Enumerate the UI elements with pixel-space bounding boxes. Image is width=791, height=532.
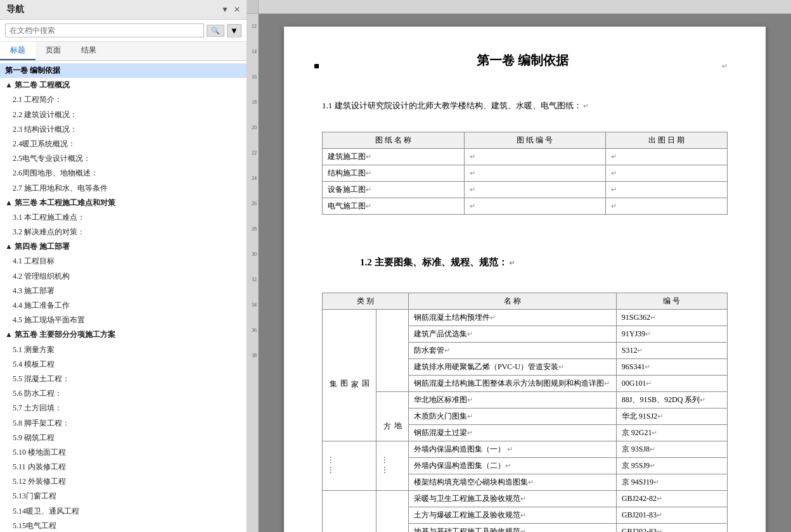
doc-title: 第一卷 编制依据 xyxy=(323,52,722,69)
table-row: 设备施工图↵↵↵ xyxy=(323,182,728,198)
th-category: 类 别 xyxy=(323,293,409,310)
th-drawing-name: 图 纸 名 称 xyxy=(323,132,465,149)
tree-item-14[interactable]: 4.2 管理组织机构 xyxy=(0,269,247,284)
tree-item-3[interactable]: 2.2 建筑设计概况： xyxy=(0,108,247,122)
section-1-1-heading: 1.1 建筑设计研究院设计的北师大教学楼结构、建筑、水暖、电气图纸： ↵ xyxy=(322,98,728,113)
tree-item-31[interactable]: 5.15电气工程 xyxy=(0,519,247,532)
tree-item-28[interactable]: 5.12 外装修工程 xyxy=(0,474,247,489)
nav-header-controls: ▼ ✕ xyxy=(221,5,240,15)
tree-item-15[interactable]: 4.3 施工部署 xyxy=(0,284,247,298)
tree-item-22[interactable]: 5.6 防水工程： xyxy=(0,386,247,401)
search-dropdown-button[interactable]: ▼ xyxy=(227,24,241,37)
nav-close-icon[interactable]: ✕ xyxy=(234,5,240,15)
nav-tree: 第一卷 编制依据▲ 第二卷 工程概况2.1 工程简介：2.2 建筑设计概况：2.… xyxy=(0,61,247,532)
tree-item-24[interactable]: 5.8 脚手架工程： xyxy=(0,416,247,431)
search-button[interactable]: 🔍 xyxy=(207,25,224,37)
nav-header: 导航 ▼ ✕ xyxy=(0,0,247,20)
nav-tabs: 标题 页面 结果 xyxy=(0,42,247,61)
tree-item-10[interactable]: 3.1 本工程施工难点： xyxy=(0,210,247,225)
table-row: 电气施工图↵↵↵ xyxy=(323,198,728,215)
tab-title[interactable]: 标题 xyxy=(0,42,35,60)
tree-item-18[interactable]: ▲ 第五卷 主要部分分项施工方案 xyxy=(0,327,247,342)
tree-item-16[interactable]: 4.4 施工准备工作 xyxy=(0,298,247,313)
tab-results[interactable]: 结果 xyxy=(71,42,106,60)
tree-item-13[interactable]: 4.1 工程目标 xyxy=(0,254,247,269)
doc-page: 第一卷 编制依据 ↵ 1.1 建筑设计研究院设计的北师大教学楼结构、建筑、水暖、… xyxy=(284,27,766,532)
tree-item-27[interactable]: 5.11 内装修工程 xyxy=(0,460,247,474)
navigation-panel: 导航 ▼ ✕ 🔍 ▼ 标题 页面 结果 第一卷 编制依据▲ 第二卷 工程概况2.… xyxy=(0,0,247,532)
tree-item-17[interactable]: 4.5 施工现场平面布置 xyxy=(0,313,247,327)
table-row: 地方 华北地区标准图↵ 88J、91SB、92DQ 系列↵ xyxy=(323,392,728,408)
tree-item-19[interactable]: 5.1 测量方案 xyxy=(0,343,247,357)
tree-item-30[interactable]: 5.14暖卫、通风工程 xyxy=(0,504,247,519)
table-row: 结构施工图↵↵↵ xyxy=(323,165,728,182)
th-drawing-number: 图 纸 编 号 xyxy=(464,132,606,149)
table-drawing-list: 图 纸 名 称 图 纸 编 号 出 图 日 期 建筑施工图↵↵↵结构施工图↵↵↵… xyxy=(322,132,728,215)
tree-item-5[interactable]: 2.4暖卫系统概况： xyxy=(0,137,247,151)
nav-dropdown-icon[interactable]: ▼ xyxy=(221,5,229,15)
tree-item-23[interactable]: 5.7 土方回填： xyxy=(0,401,247,415)
tree-item-11[interactable]: 3.2 解决难点的对策： xyxy=(0,225,247,239)
search-input[interactable] xyxy=(5,23,204,37)
tree-item-8[interactable]: 2.7 施工用地和水、电等条件 xyxy=(0,181,247,196)
search-bar: 🔍 ▼ xyxy=(0,20,247,42)
th-drawing-date: 出 图 日 期 xyxy=(606,132,728,149)
tree-item-26[interactable]: 5.10 楼地面工程 xyxy=(0,445,247,460)
tree-item-25[interactable]: 5.9 砌筑工程 xyxy=(0,431,247,445)
table-standards-list: 类 别 名 称 编 号 国家图集 钢筋混凝土结构预埋件↵ xyxy=(322,293,728,532)
left-ruler: 1214161820222426283032343638 xyxy=(247,14,259,532)
page-wrapper: 第一卷 编制依据 ↵ 1.1 建筑设计研究院设计的北师大教学楼结构、建筑、水暖、… xyxy=(259,14,791,532)
tree-item-12[interactable]: ▲ 第四卷 施工部署 xyxy=(0,239,247,254)
table-row: 规范 国 采暖与卫生工程施工及验收规范↵ GBJ242-82↵ xyxy=(323,491,728,507)
tree-item-7[interactable]: 2.6周围地形、地物概述： xyxy=(0,166,247,180)
table-row: 建筑施工图↵↵↵ xyxy=(323,149,728,165)
nav-title: 导航 xyxy=(6,4,24,15)
ruler-bar xyxy=(247,0,791,14)
table-row: …… …… 外墙内保温构造图集（一） ↵ 京 93SJ8↵ xyxy=(323,441,728,458)
table-row: 国家图集 钢筋混凝土结构预埋件↵ 91SG362↵ xyxy=(323,310,728,326)
th-number: 编 号 xyxy=(616,293,727,310)
tree-item-20[interactable]: 5.4 模板工程 xyxy=(0,357,247,372)
tree-item-2[interactable]: 2.1 工程简介： xyxy=(0,92,247,107)
tree-item-6[interactable]: 2.5电气专业设计概况： xyxy=(0,151,247,166)
tree-item-0[interactable]: 第一卷 编制依据 xyxy=(0,63,247,78)
tree-item-1[interactable]: ▲ 第二卷 工程概况 xyxy=(0,78,247,92)
tree-item-29[interactable]: 5.13门窗工程 xyxy=(0,489,247,504)
th-name: 名 称 xyxy=(409,293,617,310)
search-icon: 🔍 xyxy=(211,27,220,34)
document-area[interactable]: 1214161820222426283032343638 第一卷 编制依据 ↵ … xyxy=(247,0,791,532)
tab-page[interactable]: 页面 xyxy=(35,42,71,60)
section-1-2-heading: 1.2 主要图集、标准、规程、规范： ↵ xyxy=(360,256,728,269)
tree-item-21[interactable]: 5.5 混凝土工程： xyxy=(0,372,247,386)
tree-item-4[interactable]: 2.3 结构设计概况： xyxy=(0,122,247,137)
tree-item-9[interactable]: ▲ 第三卷 本工程施工难点和对策 xyxy=(0,196,247,210)
